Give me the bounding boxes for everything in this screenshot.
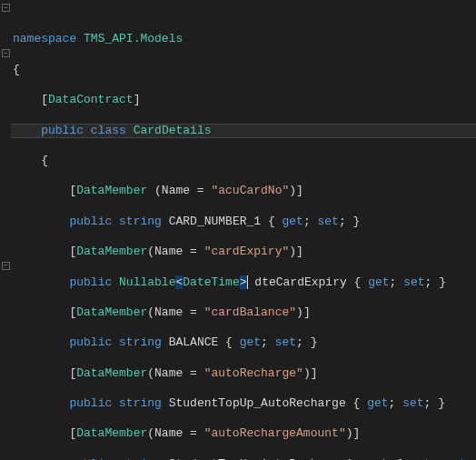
string-literal: "autoRechargeAmount" <box>204 426 346 440</box>
keyword: set <box>318 215 339 228</box>
attribute: DataMember <box>76 305 147 319</box>
keyword: set <box>275 335 296 349</box>
keyword: public <box>41 124 84 137</box>
string-literal: "cardBalance" <box>204 305 296 319</box>
fold-icon[interactable]: − <box>2 262 10 270</box>
brace-open: { <box>13 63 20 76</box>
keyword: public <box>69 335 112 349</box>
property-name: BALANCE <box>169 335 219 349</box>
gutter: − − − <box>0 0 11 460</box>
attr-name-label: Name = <box>154 305 204 319</box>
keyword: get <box>283 215 303 228</box>
attribute: DataContract <box>48 93 134 106</box>
keyword: get <box>367 396 388 410</box>
attribute: DataMember <box>76 184 147 197</box>
string-literal: "acuCardNo" <box>211 184 289 197</box>
brace-open: { <box>41 154 48 167</box>
attribute: DataMember <box>76 426 147 440</box>
string-literal: "cardExpiry" <box>204 245 290 258</box>
keyword: set <box>402 396 423 410</box>
property-name: dteCardExpiry <box>254 275 346 289</box>
keyword: class <box>91 124 126 137</box>
type: DateTime <box>183 275 239 289</box>
type: string <box>119 335 162 349</box>
attribute: DataMember <box>76 245 147 258</box>
keyword: public <box>69 396 112 410</box>
fold-icon[interactable]: − <box>2 4 10 12</box>
fold-icon[interactable]: − <box>2 49 10 57</box>
attr-name-label: Name = <box>154 245 204 258</box>
keyword: namespace <box>13 32 76 45</box>
attr-name-label: Name = <box>162 184 212 197</box>
property-name: StudentTopUp_AutoRecharge <box>169 396 346 410</box>
keyword: public <box>69 215 112 228</box>
keyword: set <box>403 275 424 289</box>
attribute: DataMember <box>76 366 147 380</box>
keyword: get <box>240 335 261 349</box>
string-literal: "autoRecharge" <box>204 366 303 380</box>
attr-name-label: Name = <box>154 426 204 440</box>
keyword: get <box>368 275 389 289</box>
type: Nullable <box>119 275 175 289</box>
keyword: public <box>69 275 112 289</box>
class-name: CardDetails <box>134 124 212 137</box>
code-editor[interactable]: namespace TMS_API.Models { [DataContract… <box>0 0 476 460</box>
type: string <box>119 215 162 228</box>
namespace-name: TMS_API.Models <box>84 32 183 45</box>
type: string <box>119 396 162 410</box>
attr-name-label: Name = <box>154 366 204 380</box>
property-name: CARD_NUMBER_1 <box>169 215 261 228</box>
